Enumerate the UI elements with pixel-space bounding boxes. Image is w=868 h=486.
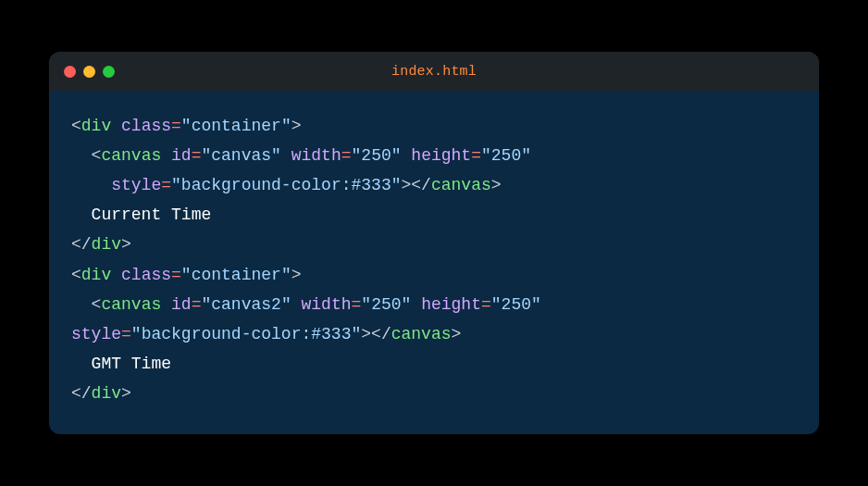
- token-punct: >: [291, 117, 302, 135]
- token-eq: =: [171, 117, 181, 135]
- token-string: "container": [181, 117, 291, 135]
- code-line[interactable]: style="background-color:#333"></canvas>: [71, 319, 797, 349]
- token-punct: [281, 146, 291, 165]
- token-eq: =: [481, 295, 491, 314]
- token-punct: [291, 295, 302, 314]
- token-punct: </: [411, 176, 431, 194]
- window-title: index.html: [49, 64, 819, 80]
- token-punct: >: [491, 176, 502, 194]
- token-punct: >: [361, 325, 371, 343]
- token-attr: class: [121, 117, 171, 135]
- token-string: "250": [491, 295, 541, 314]
- code-area[interactable]: <div class="container"> <canvas id="canv…: [49, 91, 819, 433]
- token-tag: canvas: [431, 176, 491, 194]
- token-eq: =: [192, 295, 202, 314]
- code-line[interactable]: <canvas id="canvas" width="250" height="…: [71, 141, 797, 170]
- token-punct: <: [71, 117, 81, 135]
- token-punct: <: [92, 295, 102, 314]
- code-line[interactable]: </div>: [71, 379, 797, 408]
- token-attr: height: [421, 295, 481, 314]
- token-attr: style: [71, 325, 121, 343]
- token-eq: =: [471, 146, 481, 165]
- code-line[interactable]: <div class="container">: [71, 260, 797, 290]
- token-punct: >: [121, 235, 131, 254]
- token-tag: canvas: [101, 146, 161, 165]
- token-punct: [411, 295, 421, 314]
- token-attr: width: [291, 146, 341, 165]
- token-tag: div: [81, 117, 111, 135]
- token-punct: >: [402, 176, 412, 194]
- token-punct: <: [71, 266, 81, 284]
- token-attr: width: [302, 295, 352, 314]
- token-punct: <: [92, 146, 102, 165]
- token-eq: =: [192, 146, 202, 165]
- token-eq: =: [171, 266, 181, 284]
- token-punct: </: [371, 325, 391, 343]
- token-punct: >: [452, 325, 462, 343]
- code-line[interactable]: <div class="container">: [71, 111, 797, 141]
- token-punct: </: [71, 235, 92, 254]
- token-tag: div: [92, 235, 121, 254]
- token-attr: class: [121, 266, 171, 284]
- token-punct: </: [71, 384, 92, 403]
- token-eq: =: [341, 146, 352, 165]
- token-eq: =: [161, 176, 171, 194]
- token-punct: >: [121, 384, 131, 403]
- token-string: "250": [481, 146, 531, 165]
- token-tag: div: [92, 384, 121, 403]
- token-attr: style: [111, 176, 161, 194]
- token-punct: >: [291, 266, 302, 284]
- token-punct: [161, 146, 171, 165]
- token-punct: [402, 146, 412, 165]
- token-tag: div: [81, 266, 111, 284]
- token-attr: id: [171, 295, 192, 314]
- editor-window: index.html <div class="container"> <canv…: [49, 52, 819, 433]
- token-punct: [111, 266, 121, 284]
- token-attr: id: [171, 146, 192, 165]
- token-text: Current Time: [92, 206, 212, 224]
- code-line[interactable]: <canvas id="canvas2" width="250" height=…: [71, 290, 797, 319]
- token-eq: =: [121, 325, 131, 343]
- token-attr: height: [411, 146, 471, 165]
- token-string: "background-color:#333": [131, 325, 361, 343]
- token-string: "250": [361, 295, 411, 314]
- code-line[interactable]: GMT Time: [71, 349, 797, 379]
- token-string: "container": [181, 266, 291, 284]
- code-line[interactable]: style="background-color:#333"></canvas>: [71, 170, 797, 200]
- code-line[interactable]: </div>: [71, 230, 797, 259]
- token-string: "canvas2": [201, 295, 291, 314]
- code-line[interactable]: Current Time: [71, 200, 797, 230]
- token-string: "250": [352, 146, 402, 165]
- token-punct: [111, 117, 121, 135]
- token-tag: canvas: [391, 325, 452, 343]
- token-tag: canvas: [101, 295, 161, 314]
- token-string: "background-color:#333": [171, 176, 401, 194]
- token-text: GMT Time: [92, 355, 171, 373]
- titlebar: index.html: [49, 52, 819, 91]
- token-punct: [161, 295, 171, 314]
- token-string: "canvas": [201, 146, 280, 165]
- token-eq: =: [352, 295, 362, 314]
